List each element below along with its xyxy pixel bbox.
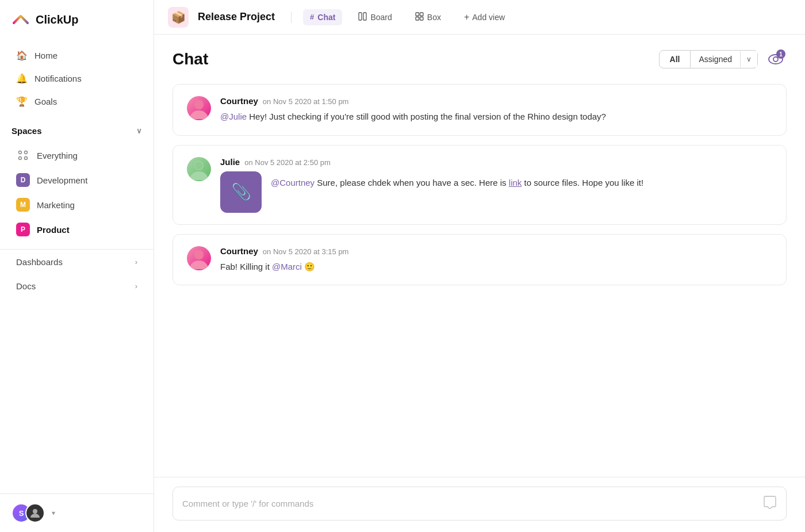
tab-divider (291, 12, 292, 23)
comment-bubble-icon (763, 495, 777, 512)
message-text-1: @Julie Hey! Just checking if you're stil… (220, 110, 772, 124)
chat-container: Chat All Assigned ∨ 1 (154, 35, 805, 532)
message-content-3a: Fab! Killing it (220, 262, 272, 271)
mention-julie[interactable]: @Julie (220, 112, 247, 121)
chat-filters: All Assigned ∨ (659, 50, 758, 68)
mention-marci[interactable]: @Marci (272, 262, 302, 271)
home-icon: 🏠 (16, 50, 28, 61)
sidebar-nav: 🏠 Home 🔔 Notifications 🏆 Goals (0, 39, 154, 118)
profile-caret-icon[interactable]: ▾ (52, 509, 55, 517)
notification-badge: 1 (776, 49, 785, 59)
svg-point-12 (773, 57, 778, 62)
sidebar-item-label-home: Home (34, 51, 57, 60)
sidebar-item-notifications[interactable]: 🔔 Notifications (5, 67, 149, 90)
message-header-2: Julie on Nov 5 2020 at 2:50 pm (220, 157, 772, 167)
svg-point-14 (194, 100, 204, 109)
svg-rect-8 (420, 13, 423, 16)
message-content-1: Hey! Just checking if you're still good … (249, 112, 606, 121)
tab-board-label: Board (370, 13, 392, 22)
tab-box-label: Box (427, 13, 441, 22)
docs-chevron-icon: › (135, 282, 137, 290)
message-content-2a: Sure, please chdek when you have a sec. … (317, 178, 509, 187)
sidebar-item-home[interactable]: 🏠 Home (5, 44, 149, 67)
comment-input-wrap[interactable]: Comment or type '/' for commands (172, 487, 787, 520)
space-badge-marketing: M (16, 198, 30, 212)
spaces-list: Everything D Development M Marketing P P… (0, 140, 154, 244)
sidebar: ClickUp 🏠 Home 🔔 Notifications 🏆 Goals S… (0, 0, 154, 532)
goals-icon: 🏆 (16, 96, 28, 107)
svg-rect-5 (359, 13, 362, 20)
app-name: ClickUp (36, 13, 78, 26)
main-content: 📦 Release Project # Chat Board (154, 0, 805, 532)
chat-tab-icon: # (310, 13, 314, 21)
project-title: Release Project (198, 11, 275, 23)
board-tab-icon (358, 12, 367, 22)
user-profile[interactable]: S ▾ (0, 493, 154, 532)
avatar-courtney-2 (187, 246, 211, 270)
space-badge-product: P (16, 223, 30, 236)
sidebar-item-goals[interactable]: 🏆 Goals (5, 90, 149, 113)
topbar: 📦 Release Project # Chat Board (154, 0, 805, 35)
filter-caret-icon[interactable]: ∨ (740, 51, 757, 67)
space-label-development: Development (37, 175, 87, 185)
message-header-3: Courtney on Nov 5 2020 at 3:15 pm (220, 246, 772, 256)
message-content-2b: to source files. Hope you like it! (524, 178, 643, 187)
message-time-1: on Nov 5 2020 at 1:50 pm (263, 97, 349, 106)
messages-area: Courtney on Nov 5 2020 at 1:50 pm @Julie… (154, 79, 805, 477)
project-icon: 📦 (168, 7, 189, 28)
tab-box[interactable]: Box (408, 9, 448, 26)
sidebar-item-dashboards[interactable]: Dashboards › (5, 250, 149, 274)
sidebar-item-label-goals: Goals (34, 97, 57, 106)
message-card-3: Courtney on Nov 5 2020 at 3:15 pm Fab! K… (172, 234, 787, 286)
dashboards-chevron-icon: › (135, 258, 137, 266)
clickup-logo-icon (12, 10, 30, 29)
chat-header: Chat All Assigned ∨ 1 (154, 35, 805, 79)
message-author-1: Courtney (220, 96, 258, 106)
box-tab-icon (415, 12, 424, 22)
svg-point-1 (25, 151, 28, 154)
avatar-user2 (25, 503, 45, 523)
spaces-chevron-icon: ∨ (136, 127, 142, 135)
project-icon-emoji: 📦 (171, 10, 186, 24)
avatar-courtney-1 (187, 96, 211, 120)
add-icon: + (464, 12, 469, 22)
tab-chat-label: Chat (317, 13, 335, 22)
message-body-1: Courtney on Nov 5 2020 at 1:50 pm @Julie… (220, 96, 772, 124)
notification-eye-button[interactable]: 1 (765, 48, 787, 70)
message-body-3: Courtney on Nov 5 2020 at 3:15 pm Fab! K… (220, 246, 772, 274)
sidebar-item-docs[interactable]: Docs › (5, 274, 149, 298)
svg-rect-9 (416, 17, 419, 20)
svg-rect-6 (363, 13, 366, 20)
logo: ClickUp (0, 0, 154, 39)
svg-point-2 (19, 157, 22, 160)
add-view-label: Add view (472, 13, 505, 22)
sidebar-section-bottom: Dashboards › Docs › (0, 249, 154, 298)
message-header-1: Courtney on Nov 5 2020 at 1:50 pm (220, 96, 772, 106)
mention-courtney[interactable]: @Courtney (271, 178, 315, 187)
dashboards-label: Dashboards (16, 257, 63, 267)
space-label-marketing: Marketing (37, 200, 75, 210)
message-text-2: 📎 @Courtney Sure, please chdek when you … (220, 171, 772, 213)
filter-all-button[interactable]: All (659, 50, 691, 68)
svg-point-4 (33, 509, 37, 514)
space-label-product: Product (37, 225, 70, 235)
sidebar-item-everything[interactable]: Everything (5, 143, 149, 167)
tab-board[interactable]: Board (351, 9, 398, 26)
sidebar-item-product[interactable]: P Product (5, 217, 149, 242)
filter-assigned-group: Assigned ∨ (691, 50, 758, 68)
tab-chat[interactable]: # Chat (303, 9, 342, 25)
spaces-section-header[interactable]: Spaces ∨ (0, 118, 154, 140)
svg-rect-7 (416, 13, 419, 16)
message-text-3: Fab! Killing it @Marci 🙂 (220, 261, 772, 274)
sidebar-item-label-notifications: Notifications (34, 74, 82, 83)
svg-rect-10 (420, 17, 423, 20)
chat-title: Chat (172, 50, 208, 68)
add-view-button[interactable]: + Add view (457, 9, 512, 26)
message-link[interactable]: link (509, 178, 522, 187)
filter-assigned-button[interactable]: Assigned (691, 51, 740, 68)
sidebar-item-marketing[interactable]: M Marketing (5, 193, 149, 217)
sidebar-item-development[interactable]: D Development (5, 168, 149, 192)
message-time-3: on Nov 5 2020 at 3:15 pm (263, 247, 349, 256)
attachment-icon: 📎 (220, 171, 262, 213)
svg-point-3 (25, 157, 28, 160)
